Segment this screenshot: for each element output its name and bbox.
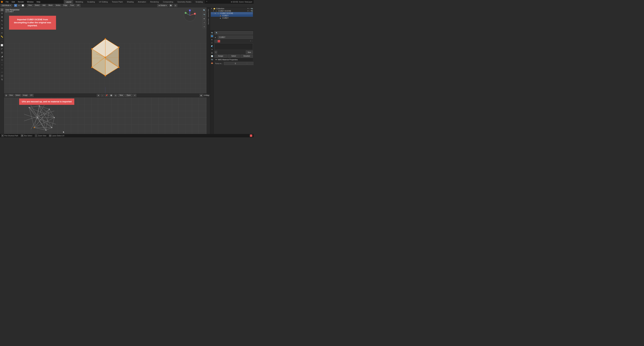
extreme-pbr-tab[interactable]: Extreme PBR — [208, 9, 209, 17]
force-m-field-1[interactable] — [224, 62, 247, 65]
tree-item-cubey-data[interactable]: ▲ CUBEY — [211, 17, 253, 19]
tool-rotate[interactable]: ↻ — [0, 19, 4, 22]
uv-reload-btn[interactable]: ↺ — [133, 94, 136, 97]
prop-icon-physics[interactable]: 🌊 — [210, 44, 214, 48]
scene-selector[interactable]: Scene — [239, 1, 244, 3]
add-material-slot-btn[interactable]: + — [250, 40, 252, 42]
edge-menu-btn[interactable]: Edge — [62, 4, 68, 7]
visibility-eye-2[interactable]: 👁 — [247, 10, 249, 12]
view-menu-btn[interactable]: View — [27, 4, 33, 7]
tab-compositing[interactable]: Compositing — [161, 0, 176, 4]
uv-sync-btn[interactable]: ⊕ — [97, 94, 100, 97]
engine-selector[interactable]: ⚙ EEVEE — [231, 1, 238, 3]
tool-cursor[interactable]: ✛ — [0, 12, 4, 15]
prop-icon-constraints[interactable]: ⛓ — [210, 51, 214, 54]
select-btn[interactable]: Select — [228, 55, 240, 58]
visibility-render[interactable]: 📷 — [251, 8, 253, 9]
global-dropdown[interactable]: ⊕Global▾ — [157, 4, 168, 7]
overlay-btn[interactable]: ⊙ — [202, 21, 206, 24]
mesh-menu-btn[interactable]: Mesh — [47, 4, 54, 7]
tab-sculpting[interactable]: Sculpting — [85, 0, 97, 4]
tab-layout[interactable]: Layout — [64, 0, 74, 4]
menu-file[interactable]: File — [4, 0, 10, 3]
tool-bevel[interactable]: ◸ — [0, 47, 4, 51]
tool-transform[interactable]: ⊞ — [0, 26, 4, 30]
uv-uv-btn[interactable]: UV — [29, 94, 34, 97]
color-slot-1[interactable] — [214, 40, 217, 42]
tool-move[interactable]: ✥ — [0, 15, 4, 19]
tool-loop-cut[interactable]: ⊟ — [0, 51, 4, 54]
remove-material-slot-btn[interactable]: - — [252, 40, 253, 42]
tree-item-cubey-mesh[interactable]: ▲ CUBEY — [211, 14, 253, 17]
prop-icon-scene[interactable]: 📷 — [210, 31, 214, 34]
snap-btn[interactable]: 🔘 — [169, 4, 173, 7]
nms-props-header[interactable]: ▼ NMS Material Properties — [214, 58, 253, 61]
vertex-select-btn[interactable]: ● — [14, 4, 17, 7]
vertex-menu-btn[interactable]: Vertex — [54, 4, 62, 7]
tool-shrink[interactable]: ⟦⟧ — [0, 74, 4, 78]
new-material-btn[interactable]: New — [246, 51, 253, 54]
uv-snap-btn[interactable]: 🔘 — [109, 94, 113, 97]
tool-polyloop[interactable]: ⬡ — [0, 58, 4, 62]
menu-render[interactable]: Render — [16, 0, 25, 3]
mode-dropdown[interactable]: Edit Mode ▾ — [1, 4, 12, 7]
tool-scale[interactable]: ⤡ — [0, 23, 4, 26]
visibility-eye[interactable]: 👁 — [247, 8, 249, 9]
xray-btn[interactable]: ⊡ — [202, 25, 206, 28]
face-menu-btn[interactable]: Face — [69, 4, 75, 7]
menu-help[interactable]: Help — [35, 0, 42, 3]
uv-new-btn[interactable]: New — [118, 94, 124, 97]
tool-randomize[interactable]: ⁘ — [0, 67, 4, 70]
face-select-btn[interactable]: ⬜ — [21, 4, 25, 7]
add-menu-btn[interactable]: Add — [41, 4, 46, 7]
tab-animation[interactable]: Animation — [136, 0, 148, 4]
tool-push-pull[interactable]: ⇅ — [0, 78, 4, 81]
uv-sticky-btn[interactable]: 📌 — [104, 94, 108, 97]
tool-knife[interactable]: ◢ — [0, 55, 4, 58]
uv-display-mode[interactable]: ◐ — [200, 94, 203, 97]
tab-scripting[interactable]: Scripting — [194, 0, 205, 4]
deselect-btn[interactable]: Deselect — [240, 55, 253, 58]
viewport-shading-btn[interactable]: ◐ — [202, 17, 206, 20]
uv-open-btn[interactable]: Open — [125, 94, 132, 97]
uv-select-mode-btn[interactable]: ⬦ — [101, 94, 104, 97]
visibility-render-2[interactable]: 📷 — [251, 10, 253, 12]
tool-extrude[interactable]: ↑ — [0, 40, 4, 43]
tool-edge-slide[interactable]: ⋯ — [0, 70, 4, 74]
tree-item-cubey-scene-2[interactable]: ▶ ⬡ CUBEY.SCENE — [211, 12, 253, 14]
prop-icon-particles[interactable]: ✦ — [210, 48, 214, 51]
menu-window[interactable]: Window — [26, 0, 35, 3]
uv-select-btn[interactable]: Select — [14, 94, 21, 97]
uv-view-btn[interactable]: View — [8, 94, 14, 97]
tab-shading[interactable]: Shading — [125, 0, 136, 4]
prop-icon-mesh[interactable]: ▲ — [210, 38, 214, 41]
uv-editor-icon[interactable]: ⊞ — [5, 94, 8, 97]
uv-proportional-btn[interactable]: ◎ — [114, 94, 118, 97]
material-slot-area[interactable] — [214, 43, 253, 50]
tool-inset[interactable]: ⬜ — [0, 43, 4, 47]
camera-btn[interactable]: 📷 — [202, 13, 206, 16]
tab-uv-editing[interactable]: UV Editing — [97, 0, 110, 4]
force-m-field-2[interactable] — [247, 62, 254, 65]
proportional-btn[interactable]: ◎ — [174, 4, 177, 7]
prop-icon-render[interactable]: 📷 — [210, 58, 214, 61]
select-menu-btn[interactable]: Select — [34, 4, 41, 7]
prop-icon-data[interactable]: 📊 — [210, 55, 214, 58]
uv-menu-btn[interactable]: UV — [76, 4, 81, 7]
edge-select-btn[interactable]: ━ — [18, 4, 20, 7]
tab-modeling[interactable]: Modeling — [74, 0, 85, 4]
viewlayer-selector[interactable]: ViewLayer — [244, 1, 252, 3]
tab-rendering[interactable]: Rendering — [148, 0, 161, 4]
prop-icon-material[interactable]: ⬡ — [210, 41, 214, 44]
tool-smooth[interactable]: ○ — [0, 63, 4, 66]
tree-item-collection[interactable]: ▼ 📁 Collection 👁 ↗ 📷 — [211, 7, 253, 10]
tab-geometry-nodes[interactable]: Geometry Nodes — [176, 0, 194, 4]
boxcutter-tab[interactable]: BoxCutter — [208, 18, 209, 24]
tool-select[interactable]: ◻ — [0, 8, 4, 11]
visibility-select-2[interactable]: ↗ — [249, 10, 250, 12]
prop-icon-object[interactable]: 🔷 — [210, 34, 214, 37]
tool-measure[interactable]: 📏 — [0, 35, 4, 38]
color-slot-2[interactable] — [218, 40, 220, 42]
prop-icon-output[interactable]: 📤 — [210, 61, 214, 64]
visibility-select[interactable]: ↗ — [249, 8, 250, 9]
